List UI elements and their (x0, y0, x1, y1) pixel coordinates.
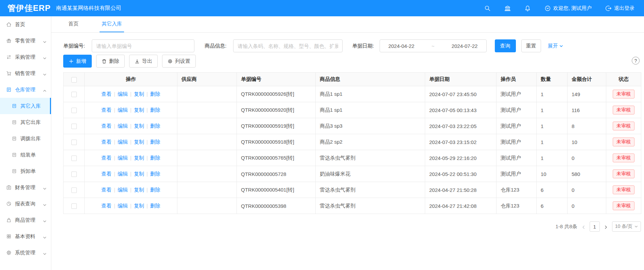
sidebar-item-reports[interactable]: 报表查询 (0, 196, 51, 212)
sidebar-item-system[interactable]: 系统管理 (0, 245, 51, 261)
main-area: 首页 其它入库 单据编号: 商品信息: 单据日期: 2024-04-22 ~ 2… (51, 16, 644, 270)
sidebar-item-disassembly[interactable]: 拆卸单 (0, 163, 51, 179)
action-copy-link[interactable]: 复制 (134, 171, 144, 177)
row-actions: 查看|编辑|复制|删除 (85, 198, 177, 214)
search-button[interactable]: 查询 (495, 39, 516, 52)
next-page-button[interactable] (604, 224, 608, 229)
add-button[interactable]: 新增 (63, 55, 92, 68)
row-checkbox[interactable] (71, 92, 77, 97)
action-view-link[interactable]: 查看 (101, 123, 111, 129)
action-delete-link[interactable]: 删除 (150, 171, 160, 177)
row-checkbox[interactable] (71, 187, 77, 193)
row-checkbox[interactable] (71, 124, 77, 129)
expand-link[interactable]: 展开 (548, 43, 563, 49)
status-badge: 未审核 (613, 122, 634, 130)
action-view-link[interactable]: 查看 (101, 187, 111, 193)
action-copy-link[interactable]: 复制 (134, 155, 144, 161)
sidebar-item-sales[interactable]: 销售管理 (0, 65, 51, 82)
sidebar-item-other-inbound[interactable]: 其它入库 (0, 98, 51, 114)
export-button[interactable]: 导出 (129, 55, 158, 68)
action-view-link[interactable]: 查看 (101, 91, 111, 97)
bank-icon[interactable] (504, 5, 511, 12)
action-copy-link[interactable]: 复制 (134, 203, 144, 209)
row-checkbox[interactable] (71, 140, 77, 145)
action-copy-link[interactable]: 复制 (134, 123, 144, 129)
action-delete-link[interactable]: 删除 (150, 139, 160, 145)
sidebar-item-assembly[interactable]: 组装单 (0, 147, 51, 163)
sidebar-item-warehouse[interactable]: 仓库管理 (0, 82, 51, 98)
search-icon[interactable] (484, 5, 491, 12)
column-settings-button[interactable]: 列设置 (162, 55, 196, 68)
action-separator: | (130, 107, 132, 113)
action-delete-link[interactable]: 删除 (150, 91, 160, 97)
action-view-link[interactable]: 查看 (101, 139, 111, 145)
cell-qty: 1 (537, 134, 568, 150)
bag-icon (6, 217, 12, 223)
table-row: 查看|编辑|复制|删除 QTRK00000005765[转] 雷达杀虫气雾剂 2… (64, 150, 641, 166)
action-edit-link[interactable]: 编辑 (118, 123, 128, 129)
row-checkbox[interactable] (71, 108, 77, 113)
action-edit-link[interactable]: 编辑 (118, 171, 128, 177)
sidebar-item-home[interactable]: 首页 (0, 16, 51, 33)
user-menu[interactable]: 欢迎您, 测试用户 (544, 5, 592, 12)
action-delete-link[interactable]: 删除 (150, 107, 160, 113)
document-icon (12, 168, 17, 174)
action-copy-link[interactable]: 复制 (134, 139, 144, 145)
page-number[interactable]: 1 (590, 221, 600, 232)
bill-no-input[interactable] (92, 39, 194, 52)
action-edit-link[interactable]: 编辑 (118, 139, 128, 145)
tab-other-inbound[interactable]: 其它入库 (100, 16, 124, 32)
date-range-picker[interactable]: 2024-04-22 ~ 2024-07-22 (380, 39, 487, 52)
status-badge: 未审核 (613, 154, 634, 162)
action-view-link[interactable]: 查看 (101, 203, 111, 209)
cell-supplier (177, 166, 237, 182)
chevron-down-icon (43, 186, 47, 190)
page-size-select[interactable]: 10 条/页 (612, 221, 641, 232)
row-checkbox[interactable] (71, 172, 77, 177)
action-view-link[interactable]: 查看 (101, 107, 111, 113)
action-delete-link[interactable]: 删除 (150, 203, 160, 209)
action-copy-link[interactable]: 复制 (134, 91, 144, 97)
cell-bill-no: QTRK00000005765[转] (237, 150, 316, 166)
delete-button[interactable]: 删除 (96, 55, 125, 68)
action-separator: | (146, 155, 148, 161)
action-separator: | (146, 139, 148, 145)
sidebar-item-purchase[interactable]: 采购管理 (0, 49, 51, 65)
download-icon (135, 59, 140, 64)
sidebar-item-retail[interactable]: 零售管理 (0, 33, 51, 49)
action-view-link[interactable]: 查看 (101, 155, 111, 161)
action-copy-link[interactable]: 复制 (134, 107, 144, 113)
action-delete-link[interactable]: 删除 (150, 155, 160, 161)
action-edit-link[interactable]: 编辑 (118, 107, 128, 113)
action-edit-link[interactable]: 编辑 (118, 91, 128, 97)
action-copy-link[interactable]: 复制 (134, 187, 144, 193)
action-delete-link[interactable]: 删除 (150, 123, 160, 129)
date-from[interactable]: 2024-04-22 (388, 43, 415, 49)
cell-supplier (177, 102, 237, 118)
bell-icon[interactable] (524, 5, 531, 12)
product-info-input[interactable] (233, 39, 343, 52)
date-to[interactable]: 2024-07-22 (452, 43, 478, 49)
cell-operator: 仓库123 (497, 182, 537, 198)
cell-date: 2024-05-29 22:16:20 (425, 150, 497, 166)
sidebar-item-products[interactable]: 商品管理 (0, 212, 51, 228)
sidebar-item-basic-data[interactable]: 基本资料 (0, 228, 51, 245)
tab-home[interactable]: 首页 (66, 16, 81, 32)
action-edit-link[interactable]: 编辑 (118, 155, 128, 161)
action-view-link[interactable]: 查看 (101, 171, 111, 177)
help-icon[interactable]: ? (632, 57, 640, 65)
sidebar-item-finance[interactable]: 财务管理 (0, 179, 51, 196)
logout-button[interactable]: 退出登录 (605, 5, 634, 12)
sidebar-item-transfer-outbound[interactable]: 调拨出库 (0, 130, 51, 147)
chevron-down-icon (43, 72, 47, 75)
select-all-checkbox[interactable] (71, 77, 77, 83)
action-edit-link[interactable]: 编辑 (118, 203, 128, 209)
reset-button[interactable]: 重置 (521, 39, 541, 52)
col-supplier: 供应商 (177, 73, 237, 86)
action-delete-link[interactable]: 删除 (150, 187, 160, 193)
row-checkbox[interactable] (71, 156, 77, 161)
row-checkbox[interactable] (71, 203, 77, 209)
action-edit-link[interactable]: 编辑 (118, 187, 128, 193)
prev-page-button[interactable] (581, 224, 586, 229)
sidebar-item-other-outbound[interactable]: 其它出库 (0, 114, 51, 130)
